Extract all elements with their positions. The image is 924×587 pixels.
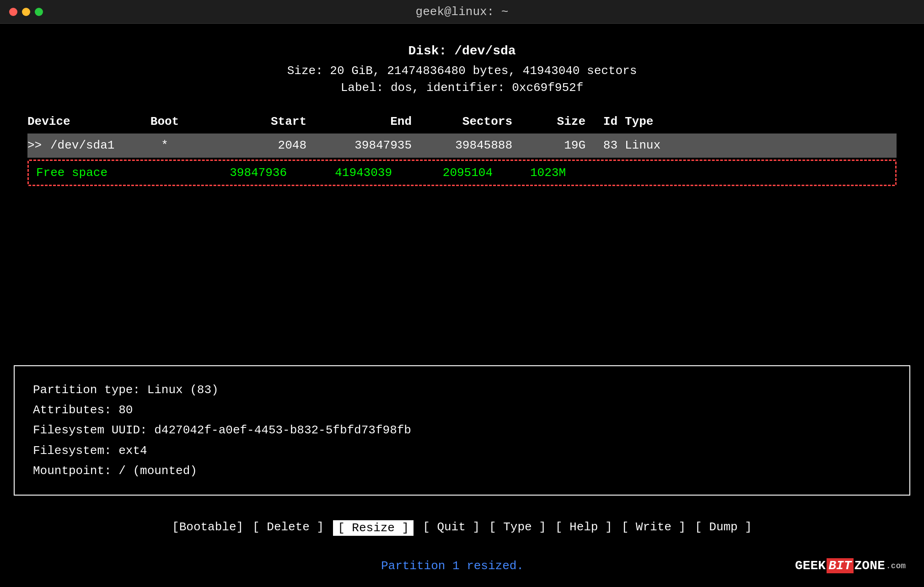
header-type: Type (618, 113, 709, 130)
free-space-label: Free space (36, 165, 182, 181)
window-controls (9, 8, 43, 16)
free-space-wrapper: Free space 39847936 41943039 2095104 102… (27, 160, 897, 186)
info-mountpoint-value: / (mounted) (118, 464, 197, 478)
row-arrow: >> (27, 137, 50, 154)
partition-table: Device Boot Start End Sectors Size Id Ty… (27, 110, 897, 186)
partition-info-box: Partition type: Linux (83) Attributes: 8… (14, 365, 910, 496)
window-title: geek@linux: ~ (416, 5, 509, 19)
menu-help[interactable]: [ Help ] (555, 520, 612, 536)
disk-title: Disk: /dev/sda (27, 42, 897, 60)
info-filesystem: Filesystem: ext4 (33, 441, 891, 461)
info-uuid-value: d427042f-a0ef-4453-b832-5fbfd73f98fb (154, 423, 411, 437)
info-mountpoint: Mountpoint: / (mounted) (33, 461, 891, 481)
logo-geek: GEEK (795, 559, 826, 573)
menu-quit[interactable]: [ Quit ] (423, 520, 480, 536)
menu-bar: [Bootable] [ Delete ] [ Resize ] [ Quit … (0, 515, 924, 541)
row-sectors: 39845888 (412, 137, 512, 154)
menu-dump[interactable]: [ Dump ] (695, 520, 752, 536)
logo: GEEK BIT ZONE .com (795, 558, 906, 573)
maximize-button[interactable] (35, 8, 43, 16)
info-filesystem-label: Filesystem: (33, 444, 118, 458)
free-sectors: 2095104 (392, 165, 493, 181)
header-device: Device (27, 113, 128, 130)
row-device: /dev/sda1 (50, 137, 128, 154)
terminal: Disk: /dev/sda Size: 20 GiB, 21474836480… (0, 24, 924, 186)
info-attributes-value: 80 (118, 403, 133, 417)
header-end: End (306, 113, 412, 130)
status-message: Partition 1 resized. (110, 559, 795, 573)
row-end: 39847935 (306, 137, 412, 154)
row-id: 83 (586, 137, 618, 154)
row-type: Linux (618, 137, 709, 154)
table-row-selected[interactable]: >> /dev/sda1 * 2048 39847935 39845888 19… (27, 133, 897, 157)
disk-header: Disk: /dev/sda Size: 20 GiB, 21474836480… (27, 42, 897, 96)
close-button[interactable] (9, 8, 17, 16)
menu-bootable[interactable]: [Bootable] (172, 520, 243, 536)
titlebar: geek@linux: ~ (0, 0, 924, 24)
disk-size: Size: 20 GiB, 21474836480 bytes, 4194304… (27, 63, 897, 79)
logo-zone: ZONE (854, 559, 885, 573)
header-size: Size (512, 113, 586, 130)
info-type-value: Linux (83) (147, 383, 219, 397)
info-attributes-label: Attributes: (33, 403, 118, 417)
menu-resize[interactable]: [ Resize ] (333, 520, 414, 536)
header-sectors: Sectors (412, 113, 512, 130)
free-start: 39847936 (182, 165, 287, 181)
info-type: Partition type: Linux (83) (33, 380, 891, 400)
logo-com: .com (886, 561, 906, 571)
info-attributes: Attributes: 80 (33, 400, 891, 420)
row-start: 2048 (201, 137, 306, 154)
free-space-row: Free space 39847936 41943039 2095104 102… (27, 160, 897, 186)
info-uuid-label: Filesystem UUID: (33, 423, 154, 437)
menu-write[interactable]: [ Write ] (622, 520, 686, 536)
minimize-button[interactable] (22, 8, 30, 16)
header-id: Id (586, 113, 618, 130)
menu-delete[interactable]: [ Delete ] (252, 520, 324, 536)
row-boot: * (128, 137, 201, 154)
info-uuid: Filesystem UUID: d427042f-a0ef-4453-b832… (33, 420, 891, 440)
header-start: Start (201, 113, 306, 130)
logo-bit: BIT (827, 558, 853, 573)
info-type-label: Partition type: (33, 383, 147, 397)
table-header-row: Device Boot Start End Sectors Size Id Ty… (27, 110, 897, 133)
row-size: 19G (512, 137, 586, 154)
free-size: 1023M (493, 165, 566, 181)
menu-type[interactable]: [ Type ] (489, 520, 546, 536)
status-bar: Partition 1 resized. GEEK BIT ZONE .com (0, 558, 924, 573)
info-mountpoint-label: Mountpoint: (33, 464, 118, 478)
header-boot: Boot (128, 113, 201, 130)
disk-label: Label: dos, identifier: 0xc69f952f (27, 80, 897, 96)
free-end: 41943039 (287, 165, 392, 181)
info-filesystem-value: ext4 (118, 444, 147, 458)
